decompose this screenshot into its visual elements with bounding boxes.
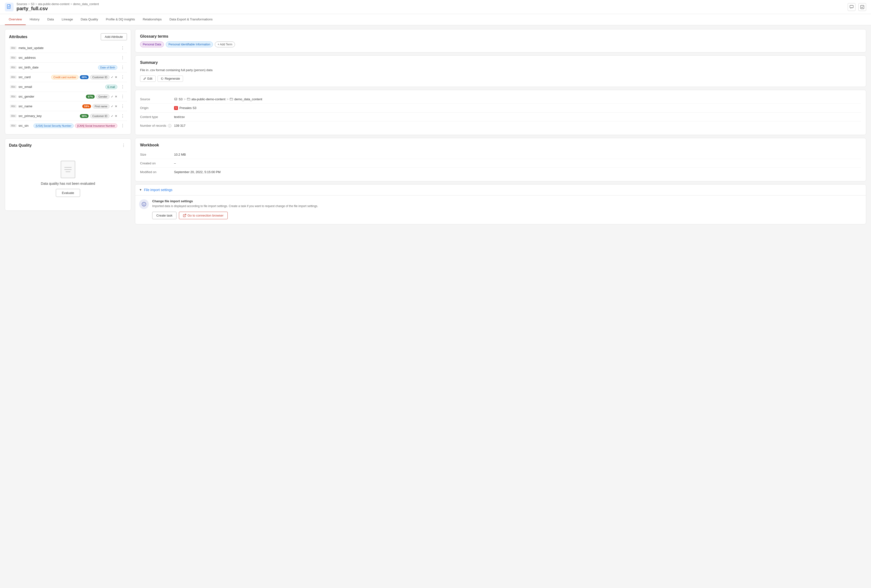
- glossary-tag-personal-data[interactable]: Personal Data: [140, 42, 164, 47]
- evaluate-button[interactable]: Evaluate: [56, 189, 80, 197]
- tag-customer-id[interactable]: Customer ID: [90, 75, 109, 79]
- dq-empty-icon: [61, 161, 75, 178]
- tab-data[interactable]: Data: [43, 14, 58, 25]
- origin-item: S Presales S3: [174, 106, 861, 110]
- tab-overview[interactable]: Overview: [5, 14, 26, 25]
- edit-button[interactable]: Edit: [140, 75, 156, 82]
- attr-tags: 97% Gender ✓ ✕: [86, 94, 117, 99]
- records-row: Number of records i 139 317: [140, 121, 861, 130]
- source-label: Source: [140, 95, 174, 104]
- folder-icon: [187, 97, 190, 101]
- attr-name: src_primary_key: [18, 114, 78, 118]
- confidence-badge-68: 68%: [80, 75, 88, 79]
- breadcrumb-demo[interactable]: demo_data_content: [73, 2, 99, 6]
- origin-row: Origin S Presales S3: [140, 103, 861, 112]
- attr-name: src_sin: [18, 124, 31, 127]
- check-icon[interactable]: ✓: [111, 105, 113, 108]
- table-row: Abc src_gender 97% Gender ✓ ✕ ⋮: [9, 92, 127, 102]
- more-options-button[interactable]: ⋮: [119, 123, 126, 129]
- tag-gender[interactable]: Gender: [96, 94, 109, 99]
- table-row: Abc src_primary_key 98% Customer ID ✓ ✕ …: [9, 111, 127, 121]
- confidence-badge-98: 98%: [80, 114, 88, 118]
- more-options-button[interactable]: ⋮: [119, 94, 126, 99]
- tag-date-of-birth[interactable]: Date of Birth: [98, 65, 117, 70]
- close-icon[interactable]: ✕: [115, 95, 117, 98]
- add-attribute-button[interactable]: Add Attribute: [101, 33, 127, 40]
- attributes-title: Attributes: [9, 35, 27, 39]
- attr-name: src_email: [18, 85, 103, 88]
- summary-text: File in .csv format containing full part…: [140, 68, 861, 73]
- go-connection-button[interactable]: Go to connection browser: [179, 212, 227, 219]
- import-text-block: Change file import settings Imported dat…: [152, 199, 318, 220]
- attributes-header: Attributes Add Attribute: [9, 33, 127, 40]
- tab-history[interactable]: History: [26, 14, 43, 25]
- summary-actions: Edit Regenerate: [140, 75, 861, 82]
- breadcrumb-sources[interactable]: Sources: [16, 2, 27, 6]
- more-options-button[interactable]: ⋮: [119, 113, 126, 119]
- breadcrumb-s3[interactable]: S3: [31, 2, 34, 6]
- metadata-card: Source S3 > ata-public-demo-content > de…: [135, 90, 866, 135]
- more-options-button[interactable]: ⋮: [119, 45, 126, 51]
- tag-sin[interactable]: [CAN] Social Insurance Number: [75, 124, 117, 128]
- tag-ssn[interactable]: [USA] Social Security Number: [33, 124, 73, 128]
- more-options-button[interactable]: ⋮: [119, 84, 126, 90]
- more-options-button[interactable]: ⋮: [119, 64, 126, 70]
- attr-type: Abc: [10, 114, 16, 118]
- file-import-label: File import settings: [144, 188, 172, 192]
- breadcrumb-ata[interactable]: ata-public-demo-content: [38, 2, 69, 6]
- check-button[interactable]: [858, 3, 866, 11]
- more-options-button[interactable]: ⋮: [119, 55, 126, 60]
- regenerate-button[interactable]: Regenerate: [157, 75, 183, 82]
- tabs-bar: Overview History Data Lineage Data Quali…: [0, 14, 871, 25]
- table-row: Abc src_email E-mail ⋮: [9, 82, 127, 92]
- table-row: Abc meta_last_update ⋮: [9, 43, 127, 53]
- main-content: Attributes Add Attribute Abc meta_last_u…: [0, 25, 871, 587]
- database-icon: [174, 97, 177, 101]
- modified-value: September 20, 2022, 5:15:00 PM: [174, 168, 861, 177]
- comment-button[interactable]: [848, 3, 856, 11]
- tab-relationships[interactable]: Relationships: [139, 14, 166, 25]
- attr-tags: Date of Birth: [98, 65, 117, 70]
- glossary-tag-pii[interactable]: Personal Identifiable Information: [166, 42, 213, 47]
- dq-icon-line: [64, 167, 72, 168]
- dq-empty-state: Data quality has not been evaluated Eval…: [9, 151, 127, 206]
- records-value: 139 317: [174, 121, 861, 130]
- dq-icon-line: [64, 169, 72, 170]
- close-icon[interactable]: ✕: [115, 105, 117, 108]
- summary-title: Summary: [140, 60, 861, 65]
- origin-icon: S: [174, 106, 178, 110]
- dq-more-button[interactable]: ⋮: [120, 142, 127, 148]
- check-icon[interactable]: ✓: [111, 114, 113, 118]
- create-task-button[interactable]: Create task: [152, 212, 177, 219]
- more-options-button[interactable]: ⋮: [119, 103, 126, 109]
- tab-lineage[interactable]: Lineage: [58, 14, 77, 25]
- info-icon[interactable]: i: [168, 124, 171, 127]
- dq-title: Data Quality: [9, 143, 31, 148]
- add-term-button[interactable]: + Add Term: [215, 42, 235, 47]
- attributes-list: Abc meta_last_update ⋮ Abc src_address ⋮: [9, 43, 127, 130]
- tag-customer-id-primary[interactable]: Customer ID: [90, 114, 109, 118]
- page-title: party_full.csv: [16, 6, 845, 11]
- check-icon[interactable]: ✓: [111, 75, 113, 79]
- workbook-title: Workbook: [140, 143, 861, 147]
- close-icon[interactable]: ✕: [115, 114, 117, 118]
- left-panel: Attributes Add Attribute Abc meta_last_u…: [5, 29, 131, 583]
- source-row: Source S3 > ata-public-demo-content > de…: [140, 95, 861, 104]
- tab-data-export[interactable]: Data Export & Transformations: [166, 14, 217, 25]
- check-icon[interactable]: ✓: [111, 95, 113, 98]
- more-options-button[interactable]: ⋮: [119, 74, 126, 80]
- svg-point-10: [144, 203, 144, 204]
- tab-data-quality[interactable]: Data Quality: [77, 14, 102, 25]
- close-icon[interactable]: ✕: [115, 75, 117, 79]
- file-import-header[interactable]: ▼ File import settings: [135, 184, 866, 195]
- tag-credit-card[interactable]: Credit card number: [51, 75, 78, 79]
- tag-first-name[interactable]: First name: [93, 104, 109, 109]
- go-connection-label: Go to connection browser: [187, 214, 223, 217]
- tag-email[interactable]: E-mail: [105, 85, 117, 89]
- confidence-badge-97: 97%: [86, 95, 95, 99]
- table-row: Abc src_address ⋮: [9, 53, 127, 63]
- attr-tags: Credit card number 68% Customer ID ✓ ✕: [51, 75, 117, 79]
- table-row: Abc src_sin [USA] Social Security Number…: [9, 121, 127, 130]
- dq-empty-message: Data quality has not been evaluated: [41, 182, 95, 186]
- tab-profile[interactable]: Profile & DQ insights: [102, 14, 139, 25]
